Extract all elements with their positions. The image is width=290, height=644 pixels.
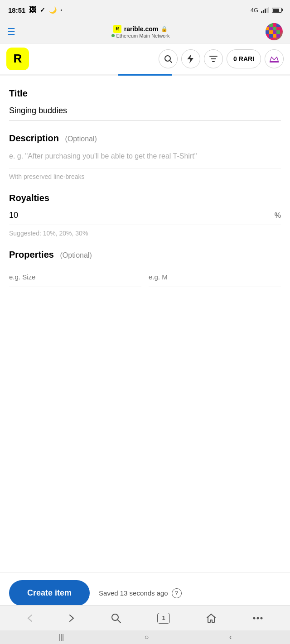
royalties-hint: Suggested: 10%, 20%, 30% [9, 230, 281, 237]
network-status-dot [111, 34, 115, 37]
create-item-button[interactable]: Create item [9, 580, 90, 606]
svg-rect-19 [273, 34, 276, 38]
status-bar: 18:51 🖼 ✓ 🌙 • 4G [0, 0, 290, 20]
description-section: Description (Optional) e. g. "After purc… [9, 120, 281, 180]
royalties-label: Royalties [9, 193, 281, 203]
gesture-back-icon: ‹ [229, 633, 232, 641]
svg-point-21 [165, 56, 170, 61]
svg-rect-16 [276, 30, 280, 34]
description-label: Description (Optional) [9, 133, 281, 144]
nav-bar: R 0 RARI [0, 43, 290, 74]
svg-rect-10 [269, 27, 273, 30]
svg-point-30 [253, 617, 255, 619]
lightning-icon [187, 54, 194, 63]
user-avatar[interactable] [266, 23, 283, 40]
property-value-input[interactable] [149, 267, 281, 287]
back-arrow-icon [27, 614, 33, 622]
properties-label: Properties (Optional) [9, 250, 281, 260]
svg-rect-11 [273, 27, 276, 30]
more-button[interactable] [253, 617, 263, 620]
tab-count-box: 1 [157, 613, 170, 624]
title-value[interactable]: Singing buddies [9, 106, 281, 120]
forward-button[interactable] [69, 614, 74, 622]
svg-rect-15 [273, 30, 276, 34]
description-hint: With preserved line-breaks [9, 173, 281, 180]
svg-rect-18 [269, 34, 273, 38]
status-icons: 4G [251, 7, 282, 14]
royalties-percent: % [275, 211, 281, 220]
main-content: Title Singing buddies Description (Optio… [0, 76, 290, 360]
svg-rect-23 [209, 56, 218, 57]
network-type-icon: 4G [251, 7, 258, 14]
svg-point-31 [256, 617, 259, 619]
svg-line-29 [118, 620, 121, 623]
svg-rect-1 [263, 10, 264, 13]
home-icon [206, 613, 216, 623]
svg-rect-6 [269, 23, 273, 27]
svg-rect-3 [266, 8, 268, 13]
svg-rect-8 [276, 23, 280, 27]
royalties-value[interactable]: 10 [9, 211, 18, 220]
rari-balance-button[interactable]: 0 RARI [227, 49, 261, 68]
svg-line-22 [170, 61, 172, 62]
search-button[interactable] [159, 49, 178, 68]
nav-icons: 0 RARI [34, 49, 284, 68]
svg-point-28 [112, 614, 118, 620]
svg-rect-4 [268, 7, 269, 13]
browser-bar: ☰ R rarible.com 🔒 Ethereum Main Network [0, 20, 290, 43]
back-button[interactable] [27, 614, 33, 622]
browser-search-icon [111, 613, 121, 623]
property-key-input[interactable] [9, 267, 141, 287]
filter-button[interactable] [204, 49, 223, 68]
gesture-bars-icon: ||| [58, 633, 64, 641]
svg-rect-2 [265, 9, 266, 13]
svg-rect-12 [276, 27, 280, 30]
svg-rect-27 [270, 61, 279, 62]
svg-rect-0 [261, 11, 262, 13]
search-icon [164, 55, 172, 63]
tab-active-line [118, 74, 172, 76]
svg-rect-9 [266, 27, 269, 30]
browser-menu-icon[interactable]: ☰ [7, 26, 15, 37]
royalties-row: 10 % [9, 211, 281, 225]
tab-count-button[interactable]: 1 [157, 613, 170, 624]
lock-icon: 🔒 [161, 26, 168, 32]
browser-search-button[interactable] [111, 613, 121, 623]
forward-arrow-icon [69, 614, 74, 622]
svg-rect-20 [276, 34, 280, 38]
description-placeholder[interactable]: e. g. "After purchasing you'll be able t… [9, 151, 281, 168]
royalties-section: Royalties 10 % Suggested: 10%, 20%, 30% [9, 180, 281, 237]
rarible-favicon: R [113, 25, 121, 33]
tab-indicator [0, 74, 290, 76]
signal-icon [261, 7, 269, 13]
svg-rect-24 [211, 58, 216, 59]
browser-url: R rarible.com 🔒 [113, 25, 168, 33]
svg-rect-14 [269, 30, 273, 34]
title-section: Title Singing buddies [9, 76, 281, 120]
status-time: 18:51 🖼 ✓ 🌙 • [8, 6, 62, 14]
svg-rect-7 [273, 23, 276, 27]
gesture-circle-icon: ○ [145, 633, 149, 641]
more-dots-icon [253, 617, 263, 620]
properties-section: Properties (Optional) [9, 237, 281, 287]
title-label: Title [9, 88, 281, 99]
crown-icon [270, 55, 279, 62]
svg-point-32 [260, 617, 262, 619]
svg-rect-13 [266, 30, 269, 34]
home-button[interactable] [206, 613, 216, 623]
network-indicator: Ethereum Main Network [111, 33, 170, 38]
properties-row [9, 267, 281, 287]
rarible-logo[interactable]: R [6, 48, 29, 70]
battery-icon [272, 8, 282, 13]
help-icon[interactable]: ? [172, 588, 182, 598]
svg-rect-25 [212, 61, 215, 62]
crown-button[interactable] [265, 49, 284, 68]
lightning-button[interactable] [181, 49, 200, 68]
browser-address: R rarible.com 🔒 Ethereum Main Network [15, 25, 266, 38]
saved-status: Saved 13 seconds ago ? [99, 588, 182, 598]
bottom-browser-nav: 1 [0, 605, 290, 630]
gesture-bar: ||| ○ ‹ [0, 630, 290, 644]
svg-rect-5 [266, 23, 269, 27]
svg-rect-17 [266, 34, 269, 38]
filter-icon [209, 56, 218, 62]
